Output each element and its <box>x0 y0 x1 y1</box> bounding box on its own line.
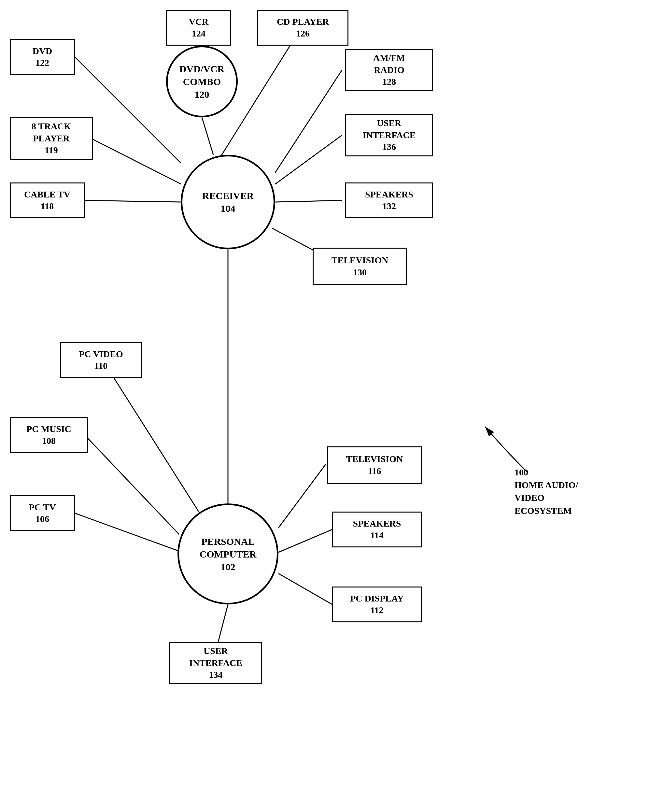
user-interface-136-label: USERINTERFACE136 <box>363 117 416 153</box>
receiver-label: RECEIVER104 <box>202 189 254 215</box>
connection-lines <box>0 0 650 812</box>
television-130-label: TELEVISION130 <box>332 255 388 278</box>
svg-line-5 <box>91 139 181 184</box>
user-interface-136-node: USERINTERFACE136 <box>345 114 433 156</box>
track-player-node: 8 TRACKPLAYER119 <box>10 117 93 160</box>
pc-tv-label: PC TV106 <box>29 501 56 525</box>
svg-line-11 <box>103 360 199 511</box>
pc-music-label: PC MUSIC108 <box>26 423 71 447</box>
vcr-label: VCR124 <box>189 16 209 40</box>
svg-line-14 <box>279 464 326 528</box>
cable-tv-node: CABLE TV118 <box>10 182 85 218</box>
cable-tv-label: CABLE TV118 <box>24 189 70 212</box>
vcr-node: VCR124 <box>166 10 231 46</box>
speakers-114-label: SPEAKERS114 <box>353 518 401 542</box>
speakers-114-node: SPEAKERS114 <box>332 511 422 547</box>
track-player-label: 8 TRACKPLAYER119 <box>32 121 71 156</box>
svg-line-15 <box>279 530 332 552</box>
dvd-label: DVD122 <box>33 45 52 69</box>
speakers-132-node: SPEAKERS132 <box>345 182 433 218</box>
cd-player-node: CD PLAYER126 <box>257 10 349 46</box>
television-116-label: TELEVISION116 <box>346 453 403 477</box>
svg-line-4 <box>275 70 342 173</box>
svg-line-8 <box>275 200 342 202</box>
svg-line-0 <box>202 117 213 155</box>
dvd-vcr-combo-label: DVD/VCRCOMBO120 <box>180 63 224 101</box>
cd-player-label: CD PLAYER126 <box>277 16 329 40</box>
ecosystem-label: 100HOME AUDIO/VIDEOECOSYSTEM <box>515 466 578 517</box>
svg-line-6 <box>275 135 342 184</box>
speakers-132-label: SPEAKERS132 <box>365 189 413 212</box>
svg-line-17 <box>218 604 228 642</box>
pc-video-label: PC VIDEO110 <box>79 348 123 372</box>
svg-line-12 <box>85 435 179 534</box>
television-116-node: TELEVISION116 <box>327 446 422 484</box>
pc-video-node: PC VIDEO110 <box>60 342 142 378</box>
svg-line-7 <box>85 200 181 202</box>
personal-computer-node: PERSONALCOMPUTER102 <box>178 504 279 604</box>
television-130-node: TELEVISION130 <box>313 248 407 285</box>
svg-line-16 <box>279 574 332 604</box>
dvd-node: DVD122 <box>10 39 75 75</box>
dvd-vcr-combo-node: DVD/VCRCOMBO120 <box>166 46 238 117</box>
pc-display-node: PC DISPLAY112 <box>332 586 422 622</box>
am-fm-radio-label: AM/FMRADIO128 <box>373 52 405 88</box>
receiver-node: RECEIVER104 <box>181 155 275 249</box>
user-interface-134-node: USERINTERFACE134 <box>169 642 262 684</box>
diagram: RECEIVER104 PERSONALCOMPUTER102 DVD/VCRC… <box>0 0 650 812</box>
personal-computer-label: PERSONALCOMPUTER102 <box>199 535 257 573</box>
pc-tv-node: PC TV106 <box>10 495 75 531</box>
am-fm-radio-node: AM/FMRADIO128 <box>345 49 433 91</box>
pc-music-node: PC MUSIC108 <box>10 417 88 453</box>
user-interface-134-label: USERINTERFACE134 <box>189 645 242 681</box>
ecosystem-text: 100HOME AUDIO/VIDEOECOSYSTEM <box>515 467 578 516</box>
pc-display-label: PC DISPLAY112 <box>350 593 404 617</box>
svg-line-13 <box>75 513 178 551</box>
